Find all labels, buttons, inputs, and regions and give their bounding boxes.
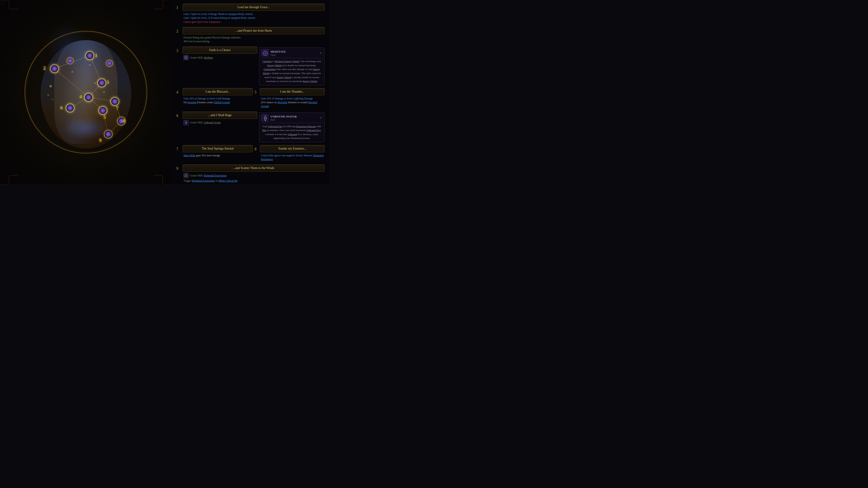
desc-1-line1: Gain 1 Spirit for every 6 Energy Shield … [184, 12, 324, 16]
grant-text-3: Grants Skill: Meditate [190, 56, 213, 60]
svg-point-23 [264, 52, 267, 55]
skill-node-7[interactable] [111, 97, 119, 106]
svg-point-0 [0, 0, 3, 3]
thunder-line2: 25% chance on Shocking Enemies to create… [261, 101, 324, 108]
desc-1-line3: Cannot gain Spirit from Equipment [184, 20, 324, 24]
skill-node-3[interactable] [97, 78, 106, 87]
skill-block-soul-springs: The Soul Springs Eternal Meta Skills gai… [183, 145, 253, 162]
skill-row-4-5: 4 I am the Blizzard... Gain 10% of Damag… [176, 88, 324, 109]
row-8-content: 8 Sunder my Enemies... Critical Hits ign… [254, 145, 324, 162]
node-label-6: 6 [60, 105, 63, 111]
tooltip-icon-meditate [261, 50, 269, 57]
soul-springs-line1: Meta Skills gain 35% more Energy [184, 154, 252, 158]
skill-desc-6: Grants Skill: Unbound Avatar [183, 120, 257, 126]
row-number-5: 5 [254, 90, 259, 109]
tooltip-name-area-unbound: Unbound Avatar Buff [271, 115, 297, 121]
skill-button-protect-harm[interactable]: ...and Protect me from Harm [183, 27, 324, 34]
tooltip-header-unbound: Unbound Avatar Buff ✕ [261, 115, 322, 123]
node-label-1: 1 [95, 53, 97, 59]
skill-button-sunder[interactable]: Sunder my Enemies... [260, 145, 324, 152]
svg-point-27 [265, 118, 266, 119]
trigger-text-9: Trigger Elemental Expression on Melee Cr… [184, 179, 324, 183]
unbound-icon-small [184, 120, 188, 125]
desc-2-line2: 40% less Evasion Rating [184, 39, 324, 43]
skill-node-2[interactable] [50, 64, 59, 73]
row-number-1: 1 [176, 5, 181, 10]
grant-line-9: Grants Skill: Elemental Expression [184, 173, 324, 178]
skill-row-3: 3 Faith is a Choice Grants Skill: Medita… [176, 46, 324, 86]
meditate-tooltip-container: Meditate Spell ✕ Channels to Recharge En… [259, 46, 324, 86]
corner-ornament-tl [0, 0, 18, 18]
skill-button-blizzard[interactable]: I am the Blizzard... [183, 88, 253, 95]
skill-node-connector-a[interactable] [67, 57, 73, 64]
tooltip-icon-unbound [261, 115, 269, 122]
blizzard-line2: On Freezing Enemies create Chilled Groun… [184, 101, 252, 104]
skill-desc-1: Gain 1 Spirit for every 6 Energy Shield … [183, 12, 324, 24]
skill-desc-9: Grants Skill: Elemental Expression Trigg… [183, 173, 324, 183]
skill-node-9[interactable] [104, 130, 113, 138]
skill-block-thunder: I am the Thunder... Gain 10% of Damage a… [260, 88, 324, 109]
row-7-8-content: The Soul Springs Eternal Meta Skills gai… [183, 145, 324, 162]
skill-row-1: 1 Lead me through Grace... Gain 1 Spirit… [176, 4, 324, 24]
unbound-tooltip: Unbound Avatar Buff ✕ Gain Unbound Fury … [259, 112, 324, 142]
corner-ornament-bl [0, 166, 18, 184]
row-4-5-content: I am the Blizzard... Gain 10% of Damage … [183, 88, 324, 109]
grant-line-3: Grants Skill: Meditate [184, 55, 256, 60]
tooltip-text-meditate: Channels to Recharge Energy Shield. Can … [262, 60, 321, 83]
skill-node-4[interactable] [84, 93, 93, 102]
skill-desc-thunder: Gain 10% of Damage as Extra Lightning Da… [260, 96, 324, 109]
skill-button-soul-springs[interactable]: The Soul Springs Eternal [183, 145, 253, 152]
sunder-line1: Critical Hits ignore non-negative Enemy … [261, 154, 324, 162]
skill-row-2: 2 ...and Protect me from Harm Evasion Ra… [176, 27, 324, 44]
node-label-5: 5 [103, 114, 106, 120]
node-label-7: 7 [116, 105, 119, 111]
skill-block-6: ...and I Shall Rage Grants Skill: Unboun… [183, 111, 257, 126]
skill-button-shall-rage[interactable]: ...and I Shall Rage [183, 111, 257, 119]
tooltip-body-unbound: Gain Unbound Fury by inflicting Elementa… [261, 125, 322, 140]
tooltip-name-area: Meditate Spell [271, 50, 286, 56]
row-number-7: 7 [176, 147, 181, 152]
row-number-9: 9 [176, 166, 181, 171]
skill-button-scatter-winds[interactable]: ...and Scatter Them to the Winds [183, 164, 324, 172]
skill-block-sunder: Sunder my Enemies... Critical Hits ignor… [260, 145, 324, 162]
tooltip-header-meditate: Meditate Spell ✕ [261, 50, 322, 58]
tooltip-body-meditate: Channels to Recharge Energy Shield. Can … [261, 59, 322, 84]
corner-ornament-tr [154, 0, 172, 18]
row-number-4: 4 [176, 90, 181, 95]
tooltip-close-meditate[interactable]: ✕ [319, 51, 322, 55]
skill-row-6: 6 ...and I Shall Rage Grants Skill: Unbo… [176, 111, 324, 142]
row-number-8: 8 [254, 147, 259, 162]
node-label-2: 2 [43, 65, 46, 71]
grant-text-9: Grants Skill: Elemental Expression [190, 174, 226, 177]
svg-point-25 [186, 122, 186, 123]
skill-desc-2: Evasion Rating also grants Physical Dama… [183, 35, 324, 44]
skill-button-thunder[interactable]: I am the Thunder... [260, 88, 324, 95]
meditate-icon-small [184, 55, 188, 60]
skill-row-7-8: 7 The Soul Springs Eternal Meta Skills g… [176, 145, 324, 162]
row-number-6: 6 [176, 113, 181, 118]
node-label-8: 8 [123, 118, 125, 124]
thunder-line1: Gain 10% of Damage as Extra Lightning Da… [261, 97, 324, 101]
skill-button-lead-grace[interactable]: Lead me through Grace... [183, 4, 324, 11]
row-5-content: 5 I am the Thunder... Gain 10% of Damage… [254, 88, 324, 109]
tooltip-skill-type-meditate: Spell [271, 54, 286, 56]
skill-block-3: Faith is a Choice Grants Skill: Meditate [183, 46, 257, 61]
skill-desc-soul-springs: Meta Skills gain 35% more Energy [183, 153, 253, 158]
tooltip-skill-type-unbound: Buff [271, 119, 297, 121]
skill-block-9: ...and Scatter Them to the Winds Grants … [183, 164, 324, 184]
skill-row-9: 9 ...and Scatter Them to the Winds Grant… [176, 164, 324, 184]
skill-block-blizzard: I am the Blizzard... Gain 10% of Damage … [183, 88, 253, 109]
tooltip-close-unbound[interactable]: ✕ [319, 116, 322, 120]
row-number-2: 2 [176, 29, 181, 34]
character-panel: 1 2 3 4 5 6 7 8 [0, 0, 172, 184]
row-number-3: 3 [176, 48, 181, 53]
skill-button-faith-choice[interactable]: Faith is a Choice [183, 46, 257, 54]
skill-node-1[interactable] [86, 51, 94, 60]
node-label-4: 4 [80, 94, 82, 100]
grant-line-6: Grants Skill: Unbound Avatar [184, 120, 256, 125]
corner-ornament-br [154, 166, 172, 184]
node-label-3: 3 [107, 79, 109, 85]
skill-block-2: ...and Protect me from Harm Evasion Rati… [183, 27, 324, 44]
skill-node-6[interactable] [66, 104, 74, 112]
tooltip-skill-name-meditate: Meditate [271, 50, 286, 54]
